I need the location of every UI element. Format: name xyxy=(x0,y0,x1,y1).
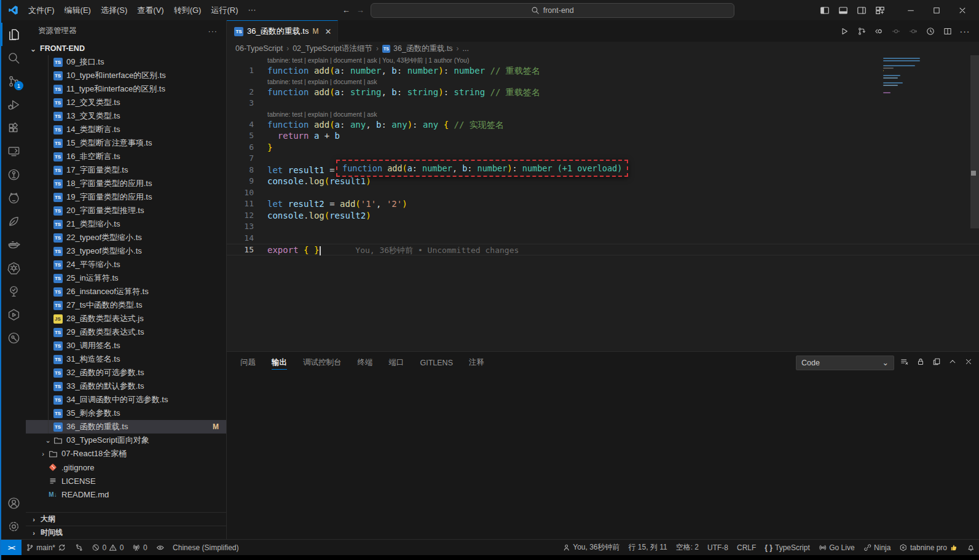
run-icon[interactable] xyxy=(836,23,852,39)
toggle-primary-sidebar-icon[interactable] xyxy=(816,2,834,18)
status-cursor-position[interactable]: 行 15, 列 11 xyxy=(624,540,672,555)
open-output-in-editor-icon[interactable] xyxy=(932,357,941,368)
clear-output-icon[interactable] xyxy=(900,357,909,368)
panel-tab-终端[interactable]: 终端 xyxy=(358,352,373,373)
tree-item[interactable]: TS27_ts中函数的类型.ts xyxy=(26,298,226,312)
editor-scrollbar[interactable] xyxy=(970,55,979,228)
status-remote-indicator[interactable]: >< xyxy=(1,540,22,555)
nav-back-icon[interactable]: ← xyxy=(342,6,350,15)
status-language-pack[interactable]: Chinese (Simplified) xyxy=(168,540,243,555)
status-ports[interactable]: 0 xyxy=(128,540,151,555)
menu-item[interactable]: 运行(R) xyxy=(206,2,243,18)
breadcrumb-item[interactable]: 06-TypeScript xyxy=(235,44,283,53)
breadcrumb-item[interactable]: ... xyxy=(463,44,469,53)
tree-item[interactable]: TS20_字面量类型推理.ts xyxy=(26,204,226,217)
code-editor[interactable]: tabnine: test | explain | document | ask… xyxy=(227,55,979,351)
minimize-icon[interactable] xyxy=(898,2,924,18)
tree-item[interactable]: JS28_函数类型表达式.js xyxy=(26,312,226,325)
status-blame-author[interactable]: You, 36秒钟前 xyxy=(558,540,624,555)
live-preview-activity-item[interactable] xyxy=(1,303,26,326)
tree-item[interactable]: TS22_typeof类型缩小.ts xyxy=(26,231,226,244)
tree-item[interactable]: TS09_接口.ts xyxy=(26,55,226,69)
status-git-compare[interactable] xyxy=(71,540,88,555)
lock-icon[interactable] xyxy=(916,357,925,368)
tree-item[interactable]: TS16_非空断言.ts xyxy=(26,150,226,163)
close-panel-icon[interactable] xyxy=(964,357,973,368)
source-control-activity-item[interactable]: 1 xyxy=(1,69,26,93)
panel-tab-GITLENS[interactable]: GITLENS xyxy=(420,352,454,373)
run-debug-activity-item[interactable] xyxy=(1,93,26,116)
extensions-activity-item[interactable] xyxy=(1,116,26,139)
tree-item[interactable]: TS32_函数的可选参数.ts xyxy=(26,366,226,379)
status-eol[interactable]: CRLF xyxy=(733,540,760,555)
codelens[interactable]: tabnine: test | explain | document | ask xyxy=(227,77,979,87)
status-language-mode[interactable]: { }TypeScript xyxy=(760,540,814,555)
todo-tree-activity-item[interactable] xyxy=(1,279,26,303)
github-activity-item[interactable] xyxy=(1,186,26,209)
split-editor-icon[interactable] xyxy=(940,23,956,39)
tree-item[interactable]: TS26_instanceof运算符.ts xyxy=(26,285,226,298)
tree-item[interactable]: TS11_type和interface的区别.ts xyxy=(26,82,226,96)
explorer-activity-item[interactable] xyxy=(1,23,26,46)
panel-tab-注释[interactable]: 注释 xyxy=(469,352,484,373)
tree-item[interactable]: M↓README.md xyxy=(26,488,226,501)
panel-tab-输出[interactable]: 输出 xyxy=(272,352,287,373)
workspace-root-folder[interactable]: ⌄ FRONT-END xyxy=(26,42,226,55)
menu-item[interactable]: 编辑(E) xyxy=(60,2,96,18)
breadcrumb-item[interactable]: TS36_函数的重载.ts xyxy=(382,44,453,54)
tree-item[interactable]: TS13_交叉类型.ts xyxy=(26,109,226,123)
tree-item[interactable]: TS34_回调函数中的可选参数.ts xyxy=(26,393,226,406)
accounts-activity-item[interactable] xyxy=(1,491,26,515)
status-encoding[interactable]: UTF-8 xyxy=(703,540,733,555)
panel-tab-端口[interactable]: 端口 xyxy=(389,352,404,373)
tree-item[interactable]: TS35_剩余参数.ts xyxy=(26,406,226,420)
open-changes-icon[interactable] xyxy=(871,23,887,39)
tree-item[interactable]: LICENSE xyxy=(26,474,226,488)
next-change-icon[interactable] xyxy=(905,23,921,39)
settings-gear-activity-item[interactable] xyxy=(1,515,26,538)
status-notifications[interactable] xyxy=(962,540,979,555)
nav-forward-icon[interactable]: → xyxy=(356,6,364,15)
tree-item[interactable]: TS25_in运算符.ts xyxy=(26,271,226,285)
file-history-icon[interactable] xyxy=(922,23,938,39)
docker-activity-item[interactable] xyxy=(1,233,26,256)
menu-overflow[interactable]: ··· xyxy=(243,2,261,18)
command-center-search[interactable]: front-end xyxy=(371,3,734,18)
git-graph-activity-item[interactable] xyxy=(1,326,26,349)
toggle-secondary-sidebar-icon[interactable] xyxy=(852,2,871,18)
maximize-icon[interactable] xyxy=(924,2,950,18)
gitlens-activity-item[interactable] xyxy=(1,163,26,186)
tree-item[interactable]: TS29_函数类型表达式.ts xyxy=(26,325,226,339)
panel-tab-问题[interactable]: 问题 xyxy=(240,352,256,373)
close-icon[interactable] xyxy=(950,2,975,18)
explorer-more-actions[interactable]: ··· xyxy=(208,27,218,36)
tree-item[interactable]: TS33_函数的默认参数.ts xyxy=(26,379,226,393)
tree-item[interactable]: TS23_typeof类型缩小.ts xyxy=(26,244,226,258)
toggle-panel-icon[interactable] xyxy=(834,2,852,18)
status-indentation[interactable]: 空格: 2 xyxy=(672,540,703,555)
menu-item[interactable]: 查看(V) xyxy=(132,2,168,18)
remote-explorer-activity-item[interactable] xyxy=(1,139,26,163)
tree-item[interactable]: TS30_调用签名.ts xyxy=(26,339,226,352)
compare-changes-icon[interactable] xyxy=(854,23,870,39)
status-tabnine[interactable]: tabnine pro xyxy=(895,540,962,555)
search-activity-item[interactable] xyxy=(1,46,26,69)
tree-folder[interactable]: ›07-React18全家桶 xyxy=(26,447,226,461)
timeline-section[interactable]: › 时间线 xyxy=(26,526,226,539)
tree-item[interactable]: TS10_type和interface的区别.ts xyxy=(26,69,226,82)
tree-item[interactable]: TS14_类型断言.ts xyxy=(26,123,226,136)
status-ninja[interactable]: Ninja xyxy=(859,540,895,555)
output-channel-select[interactable]: Code ⌄ xyxy=(796,356,894,370)
status-go-live[interactable]: Go Live xyxy=(814,540,859,555)
tree-folder[interactable]: ⌄03_TypeScript面向对象 xyxy=(26,434,226,447)
tree-item[interactable]: TS19_字面量类型的应用.ts xyxy=(26,190,226,204)
tree-item[interactable]: .gitignore xyxy=(26,461,226,474)
close-tab-icon[interactable]: ✕ xyxy=(324,27,331,36)
menu-item[interactable]: 文件(F) xyxy=(23,2,60,18)
codelens[interactable]: tabnine: test | explain | document | ask xyxy=(227,109,979,119)
editor-tab[interactable]: TS 36_函数的重载.ts M ✕ xyxy=(227,20,338,42)
status-problems[interactable]: 00 xyxy=(87,540,128,555)
more-actions-icon[interactable]: ··· xyxy=(957,23,973,39)
tree-item[interactable]: TS18_字面量类型的应用.ts xyxy=(26,177,226,190)
maximize-panel-icon[interactable] xyxy=(948,357,957,368)
